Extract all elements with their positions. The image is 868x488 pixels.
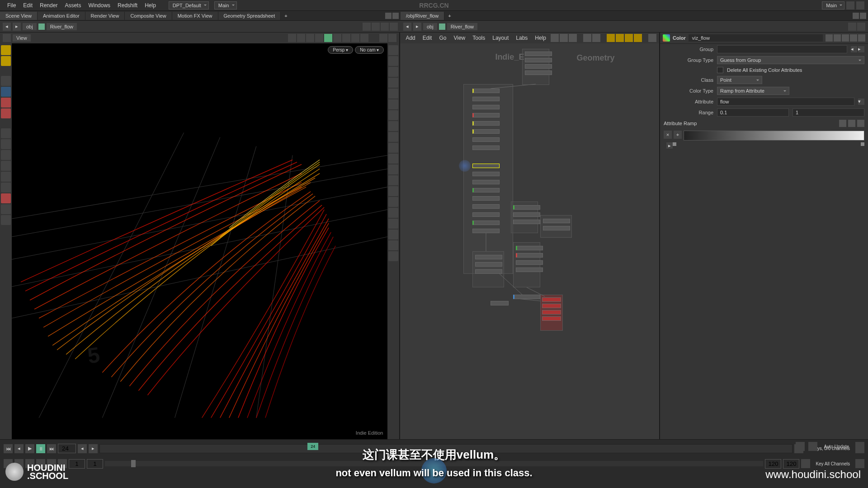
- vl-t9-icon[interactable]: [1, 215, 11, 225]
- node-f1[interactable]: [516, 246, 543, 250]
- path-obj[interactable]: obj: [23, 23, 37, 30]
- rpath-back-icon[interactable]: ◂: [403, 23, 411, 31]
- nicon-search[interactable]: [648, 34, 656, 42]
- tab-maximize-left-icon[interactable]: [385, 13, 392, 19]
- nmenu-go[interactable]: Go: [436, 34, 449, 42]
- node-b13[interactable]: [472, 196, 500, 201]
- vp-snap-icon[interactable]: [324, 34, 332, 42]
- vl-t8-icon[interactable]: [1, 204, 11, 214]
- param-help-icon[interactable]: [842, 34, 849, 42]
- tl-step-fwd-icon[interactable]: ▸: [89, 444, 98, 453]
- vr-3-icon[interactable]: [388, 67, 398, 77]
- node-b10[interactable]: [472, 172, 500, 176]
- vp-select-icon[interactable]: [288, 34, 296, 42]
- pselect-class[interactable]: Point: [717, 76, 762, 84]
- tl2-keyall[interactable]: Key All Channels: [812, 460, 854, 467]
- node-a4[interactable]: [525, 70, 552, 75]
- node-h1[interactable]: [542, 297, 561, 302]
- path-tool-1-icon[interactable]: [363, 23, 371, 31]
- node-b7[interactable]: [472, 137, 500, 142]
- nicon-6[interactable]: [607, 34, 615, 42]
- node-f4[interactable]: [516, 267, 543, 272]
- vr-15-icon[interactable]: [388, 197, 398, 207]
- ramp-marker-right[interactable]: [861, 142, 864, 146]
- node-h2[interactable]: [542, 304, 561, 308]
- pinput-range-max[interactable]: [793, 108, 864, 117]
- node-a3[interactable]: [525, 64, 552, 69]
- status-cook-icon[interactable]: [855, 442, 864, 451]
- node-b2[interactable]: [472, 97, 500, 101]
- node-b12[interactable]: [472, 188, 500, 192]
- vr-20-icon[interactable]: [388, 251, 398, 261]
- path-tool-2-icon[interactable]: [372, 23, 380, 31]
- menu-render[interactable]: Render: [36, 2, 61, 9]
- pinput-range-min[interactable]: [717, 108, 789, 117]
- context-selector[interactable]: Main: [214, 1, 237, 9]
- menu-windows[interactable]: Windows: [85, 2, 114, 9]
- path-back-icon[interactable]: ◂: [3, 23, 11, 31]
- node-c3[interactable]: [513, 220, 540, 224]
- node-d1[interactable]: [543, 219, 570, 223]
- node-b8[interactable]: [472, 145, 500, 150]
- vp-view-label[interactable]: View: [13, 34, 31, 42]
- vr-16-icon[interactable]: [388, 208, 398, 218]
- vl-t7-icon[interactable]: [1, 193, 11, 203]
- attr-menu-icon[interactable]: ▾: [858, 99, 864, 105]
- vl-red2-icon[interactable]: [1, 108, 11, 118]
- vr-1-icon[interactable]: [388, 45, 398, 55]
- top-icon-2[interactable]: [856, 1, 864, 9]
- tl2-b4-icon[interactable]: [47, 459, 56, 468]
- vr-9-icon[interactable]: [388, 132, 398, 142]
- nicon-2[interactable]: [560, 34, 568, 42]
- network-canvas[interactable]: Indie_E Geometry: [400, 43, 659, 439]
- pselect-colortype[interactable]: Ramp from Attribute: [717, 87, 789, 95]
- vr-5-icon[interactable]: [388, 89, 398, 99]
- node-b15[interactable]: [472, 212, 500, 217]
- camera-dropdown[interactable]: No cam ▾: [355, 46, 384, 54]
- vr-14-icon[interactable]: [388, 186, 398, 196]
- menu-redshift[interactable]: Redshift: [114, 2, 141, 9]
- tab-composite-view[interactable]: Composite View: [125, 12, 172, 20]
- vp-grid-icon[interactable]: [333, 34, 341, 42]
- tl-track[interactable]: 24: [99, 444, 793, 453]
- nmenu-labs[interactable]: Labs: [513, 34, 530, 42]
- node-g1[interactable]: [491, 301, 509, 305]
- tab-menu-right-icon[interactable]: [860, 13, 866, 19]
- vp-light-icon[interactable]: [351, 34, 359, 42]
- tl2-opt-icon[interactable]: [855, 459, 864, 468]
- tl-step-back-icon[interactable]: ◂: [78, 444, 87, 453]
- tab-maximize-right-icon[interactable]: [853, 13, 859, 19]
- ramp-plus-btn[interactable]: +: [674, 131, 682, 139]
- tl2-track[interactable]: [105, 461, 763, 466]
- pcheck-delete[interactable]: [717, 67, 723, 73]
- vp-opt2-icon[interactable]: [388, 34, 396, 42]
- node-d2[interactable]: [543, 226, 570, 230]
- node-a1[interactable]: [525, 52, 552, 56]
- nmenu-view[interactable]: View: [451, 34, 468, 42]
- group-prev-icon[interactable]: ◂: [851, 46, 857, 52]
- menu-help[interactable]: Help: [141, 2, 160, 9]
- path-tool-3-icon[interactable]: [381, 23, 389, 31]
- vl-t1-icon[interactable]: [1, 128, 11, 138]
- tab-add-right[interactable]: +: [444, 12, 454, 20]
- vr-2-icon[interactable]: [388, 56, 398, 66]
- vr-13-icon[interactable]: [388, 175, 398, 185]
- vp-home-icon[interactable]: [3, 34, 11, 42]
- tl2-b1-icon[interactable]: [14, 459, 24, 468]
- tab-animation-editor[interactable]: Animation Editor: [38, 12, 85, 20]
- nmenu-layout[interactable]: Layout: [490, 34, 511, 42]
- vl-t6-icon[interactable]: [1, 183, 11, 192]
- tl-playhead[interactable]: 24: [307, 443, 318, 450]
- path-fwd-icon[interactable]: ▸: [13, 23, 21, 31]
- node-c1[interactable]: [513, 205, 540, 210]
- nicon-9[interactable]: [634, 34, 642, 42]
- nicon-1[interactable]: [551, 34, 559, 42]
- rpath-riverflow[interactable]: River_flow: [447, 23, 477, 30]
- group-next-icon[interactable]: ▸: [858, 46, 864, 52]
- tl-play-icon[interactable]: ▶: [25, 444, 34, 453]
- node-e2[interactable]: [475, 262, 502, 267]
- tl-last-icon[interactable]: ⏭: [47, 444, 56, 453]
- tl2-key-icon[interactable]: [801, 459, 810, 468]
- vl-red1-icon[interactable]: [1, 98, 11, 108]
- tl-prev-icon[interactable]: ◂: [14, 444, 24, 453]
